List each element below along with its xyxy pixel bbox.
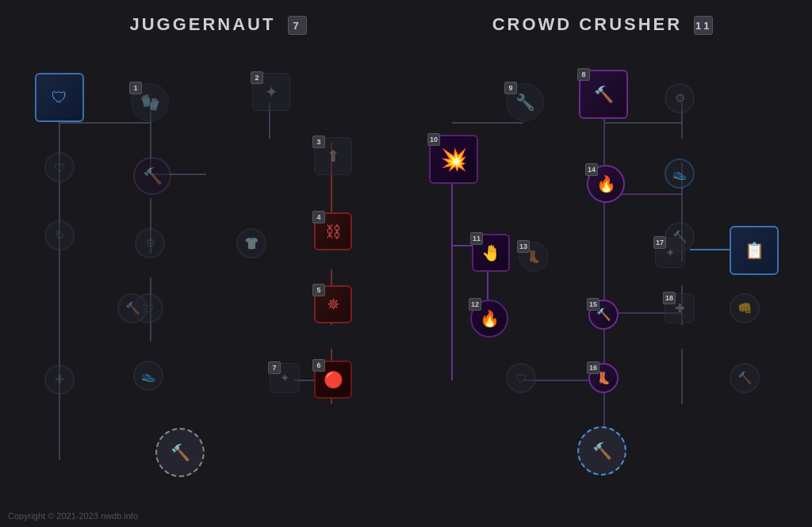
- shirt-icon: 👕: [244, 236, 259, 250]
- node-j-passive-hammer-bottom-node[interactable]: 🔨: [117, 293, 147, 323]
- crowd-crusher-title: CROWD CRUSHER 11: [412, 14, 793, 35]
- node-cc-right-p3-node[interactable]: 👊: [730, 293, 760, 323]
- crowd-crusher-level-badge: 11: [694, 16, 713, 35]
- node-cc-left-end-node[interactable]: 🛡: [506, 363, 536, 393]
- node-j-passive-cross-node[interactable]: ✚: [44, 365, 75, 395]
- node-cc12-number: 12: [469, 298, 481, 311]
- node-cc-right-bottom-node[interactable]: 🔨: [730, 363, 760, 393]
- fire-icon: 🔥: [596, 174, 616, 193]
- node-j7-number: 7: [268, 361, 281, 374]
- node-cc-gear-top-node[interactable]: ⚙: [665, 83, 695, 113]
- j7-icon: ✦: [280, 371, 290, 385]
- clear-out-icon: ✦: [265, 82, 278, 101]
- copyright: Copyright © 2021-2023 nwdb.info: [8, 511, 138, 521]
- node-cc18-number: 18: [663, 292, 676, 304]
- shield-bash-icon: 🛡: [52, 89, 67, 107]
- node-j4-number: 4: [312, 211, 325, 223]
- epicenter-icon: 🔥: [480, 309, 500, 328]
- hammer-bottom-icon: 🔨: [737, 371, 753, 385]
- aftershock-icon: 🔧: [515, 93, 535, 112]
- node-j2-number: 2: [251, 71, 263, 84]
- node-j-passive-foot-node[interactable]: 👟: [133, 361, 163, 391]
- cross-icon: ✚: [55, 372, 65, 387]
- tremors-icon: 🤚: [481, 243, 501, 262]
- wrecking-ball-icon: 🔴: [324, 370, 343, 389]
- shockwave-icon: 🔨: [594, 85, 614, 104]
- node-cc10-number: 10: [427, 133, 440, 146]
- crowd-crusher-title-text: CROWD CRUSHER: [492, 14, 682, 34]
- node-j-passive-refresh-node[interactable]: ↻: [44, 220, 75, 250]
- fervor-icon: ✵: [327, 295, 340, 314]
- shield-left-icon: 🛡: [515, 372, 527, 385]
- refresh-icon: ↻: [55, 228, 65, 242]
- node-cc14-number: 14: [585, 163, 598, 176]
- cross-sm-icon: ✚: [675, 301, 685, 315]
- fist-icon: 👊: [737, 301, 753, 315]
- node-j-passive-hammer-node[interactable]: 🔨: [133, 157, 171, 195]
- node-j1-number: 1: [129, 82, 142, 94]
- node-cc17-number: 17: [653, 236, 666, 249]
- shield-sm-icon: 🛡: [54, 161, 66, 174]
- node-j-passive-shield-node[interactable]: 🛡: [44, 152, 75, 182]
- hammer-icon: 🔨: [143, 166, 163, 185]
- node-cc11-number: 11: [470, 232, 483, 245]
- brute-force-icon: 🧤: [140, 93, 160, 112]
- node-j6-number: 6: [312, 359, 325, 372]
- cc-end-icon: 🔨: [592, 441, 612, 460]
- cc10-icon: 💥: [440, 147, 468, 173]
- j3-icon: ⬆: [327, 147, 340, 166]
- node-j5-number: 5: [312, 284, 325, 296]
- cc-active-right-icon: 📋: [745, 241, 764, 260]
- node-cc-active-right[interactable]: 📋: [730, 226, 779, 275]
- node-cc9-number: 9: [504, 82, 517, 94]
- cc-gear-icon: ⚙: [675, 91, 685, 105]
- hammer-sm-icon: 🔨: [125, 301, 140, 315]
- boot-blue-icon: 👟: [672, 166, 688, 181]
- node-cc16-number: 16: [587, 361, 599, 374]
- node-cc8-number: 8: [577, 68, 590, 81]
- juggernaut-level-badge: 7: [288, 16, 307, 35]
- star-icon: ✦: [665, 246, 676, 260]
- node-j-end[interactable]: 🔨: [155, 428, 205, 477]
- node-j0-shield-bash[interactable]: 🛡: [35, 73, 84, 122]
- node-cc-end[interactable]: 🔨: [577, 426, 626, 475]
- node-cc-right-p1-node[interactable]: 👟: [665, 158, 695, 189]
- skill-tree-lines: [0, 0, 812, 527]
- main-container: JUGGERNAUT 7 CROWD CRUSHER 11: [0, 0, 812, 527]
- foot-icon: 👟: [141, 369, 156, 383]
- node-j-passive-shirt-node[interactable]: 👕: [236, 228, 266, 258]
- node-cc13-number: 13: [517, 240, 530, 253]
- gear-sm-icon: ⚙: [145, 236, 155, 250]
- j-end-icon: 🔨: [170, 443, 190, 462]
- node-j-passive-gear-node[interactable]: ⚙: [135, 228, 165, 258]
- armor-breaker-icon: ⛓: [325, 223, 341, 241]
- juggernaut-title: JUGGERNAUT 7: [40, 14, 396, 35]
- node-cc15-number: 15: [587, 298, 599, 311]
- juggernaut-title-text: JUGGERNAUT: [129, 14, 275, 34]
- node-j3-number: 3: [312, 136, 325, 148]
